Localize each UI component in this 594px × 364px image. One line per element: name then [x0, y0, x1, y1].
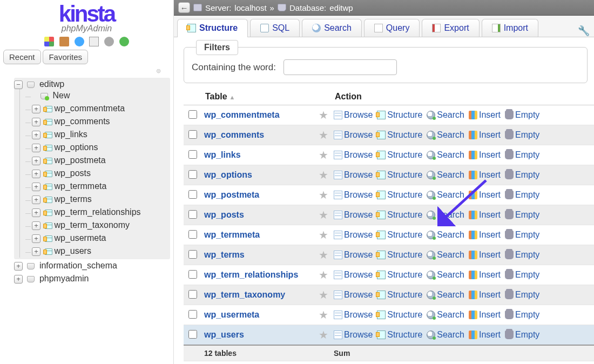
action-structure[interactable]: Structure	[377, 110, 422, 119]
table-name-link[interactable]: wp_term_relationships	[204, 270, 298, 279]
favorite-star-icon[interactable]: ★	[319, 129, 328, 141]
action-search[interactable]: Search	[427, 290, 464, 299]
action-empty[interactable]: Empty	[505, 150, 539, 159]
action-search[interactable]: Search	[427, 190, 464, 199]
expand-icon[interactable]: +	[32, 170, 40, 178]
tree-db-editwp[interactable]: − editwp New + wp_commentmeta+ wp_commen…	[14, 78, 170, 259]
action-browse[interactable]: Browse	[334, 330, 373, 339]
action-empty[interactable]: Empty	[505, 110, 539, 119]
expand-icon[interactable]: +	[32, 183, 40, 191]
breadcrumb-server-link[interactable]: localhost	[234, 3, 266, 12]
tree-table-wp_posts[interactable]: + wp_posts	[31, 167, 170, 180]
action-empty[interactable]: Empty	[505, 230, 539, 239]
expand-icon[interactable]: +	[32, 118, 40, 126]
favorite-star-icon[interactable]: ★	[319, 329, 328, 341]
expand-icon[interactable]: +	[32, 221, 40, 230]
home-icon[interactable]	[44, 37, 54, 46]
docs-icon[interactable]	[89, 37, 99, 46]
expand-icon[interactable]: +	[32, 234, 40, 243]
action-empty[interactable]: Empty	[505, 310, 539, 319]
tree-table-wp_links[interactable]: + wp_links	[31, 128, 170, 141]
back-button[interactable]: ←	[178, 2, 190, 13]
action-insert[interactable]: Insert	[469, 170, 501, 179]
help-icon[interactable]	[75, 37, 84, 46]
action-browse[interactable]: Browse	[334, 290, 373, 299]
action-browse[interactable]: Browse	[334, 130, 373, 139]
tab-sql[interactable]: SQL	[250, 19, 300, 37]
favorites-button[interactable]: Favorites	[43, 50, 88, 64]
action-insert[interactable]: Insert	[469, 290, 501, 299]
expand-icon[interactable]: +	[32, 105, 40, 113]
action-empty[interactable]: Empty	[505, 270, 539, 279]
tree-table-wp_options[interactable]: + wp_options	[31, 141, 170, 154]
favorite-star-icon[interactable]: ★	[319, 169, 328, 181]
action-search[interactable]: Search	[427, 130, 464, 139]
tree-table-label[interactable]: wp_termmeta	[54, 181, 106, 191]
action-structure[interactable]: Structure	[377, 330, 422, 339]
favorite-star-icon[interactable]: ★	[319, 209, 328, 221]
favorite-star-icon[interactable]: ★	[319, 109, 328, 121]
row-checkbox[interactable]	[188, 110, 197, 119]
action-empty[interactable]: Empty	[505, 190, 539, 199]
action-structure[interactable]: Structure	[377, 190, 422, 199]
settings-icon[interactable]	[104, 37, 114, 46]
action-insert[interactable]: Insert	[469, 130, 501, 139]
action-structure[interactable]: Structure	[377, 310, 422, 319]
reload-icon[interactable]	[119, 37, 129, 46]
tree-table-wp_term_taxonomy[interactable]: + wp_term_taxonomy	[31, 219, 170, 232]
action-browse[interactable]: Browse	[334, 270, 373, 279]
tab-export[interactable]: Export	[422, 19, 479, 37]
tree-table-wp_users[interactable]: + wp_users	[31, 245, 170, 258]
action-structure[interactable]: Structure	[377, 270, 422, 279]
action-browse[interactable]: Browse	[334, 170, 373, 179]
tree-table-label[interactable]: wp_links	[54, 130, 87, 139]
expand-icon[interactable]: +	[32, 157, 40, 165]
expand-icon[interactable]: +	[32, 247, 40, 256]
tree-table-label[interactable]: wp_users	[54, 246, 91, 255]
row-checkbox[interactable]	[188, 150, 197, 159]
action-insert[interactable]: Insert	[469, 250, 501, 259]
action-browse[interactable]: Browse	[334, 110, 373, 119]
favorite-star-icon[interactable]: ★	[319, 289, 328, 301]
table-name-link[interactable]: wp_terms	[204, 250, 245, 259]
action-search[interactable]: Search	[427, 230, 464, 239]
table-name-link[interactable]: wp_commentmeta	[204, 110, 280, 119]
collapse-icon[interactable]: −	[14, 80, 23, 89]
action-insert[interactable]: Insert	[469, 110, 501, 119]
tree-table-label[interactable]: wp_posts	[54, 168, 91, 178]
action-empty[interactable]: Empty	[505, 170, 539, 179]
row-checkbox[interactable]	[188, 190, 197, 199]
action-insert[interactable]: Insert	[469, 150, 501, 159]
tree-db-information_schema[interactable]: + information_schema	[14, 259, 170, 272]
expand-icon[interactable]: +	[14, 262, 23, 271]
tree-db-phpmyadmin[interactable]: + phpmyadmin	[14, 272, 170, 285]
row-checkbox[interactable]	[188, 250, 197, 259]
action-insert[interactable]: Insert	[469, 190, 501, 199]
tree-table-wp_postmeta[interactable]: + wp_postmeta	[31, 154, 170, 167]
favorite-star-icon[interactable]: ★	[319, 149, 328, 161]
filter-input[interactable]	[284, 59, 397, 75]
action-empty[interactable]: Empty	[505, 210, 539, 219]
recent-button[interactable]: Recent	[3, 50, 41, 64]
action-search[interactable]: Search	[427, 110, 464, 119]
action-search[interactable]: Search	[427, 250, 464, 259]
tree-table-wp_usermeta[interactable]: + wp_usermeta	[31, 232, 170, 245]
row-checkbox[interactable]	[188, 210, 197, 219]
tree-table-label[interactable]: wp_commentmeta	[54, 104, 125, 113]
action-browse[interactable]: Browse	[334, 250, 373, 259]
tree-table-label[interactable]: wp_term_relationships	[54, 207, 140, 217]
page-settings-icon[interactable]: 🔧	[578, 25, 590, 37]
tree-new[interactable]: New	[31, 89, 170, 102]
collapse-panel-icon[interactable]: ⊜	[3, 68, 170, 75]
action-empty[interactable]: Empty	[505, 330, 539, 339]
tree-table-wp_comments[interactable]: + wp_comments	[31, 115, 170, 128]
table-name-link[interactable]: wp_posts	[204, 210, 244, 219]
table-name-link[interactable]: wp_users	[204, 330, 244, 339]
action-structure[interactable]: Structure	[377, 250, 422, 259]
col-table[interactable]: Table▲	[202, 89, 316, 105]
favorite-star-icon[interactable]: ★	[319, 269, 328, 281]
action-search[interactable]: Search	[427, 210, 464, 219]
favorite-star-icon[interactable]: ★	[319, 189, 328, 201]
action-structure[interactable]: Structure	[377, 230, 422, 239]
action-browse[interactable]: Browse	[334, 190, 373, 199]
